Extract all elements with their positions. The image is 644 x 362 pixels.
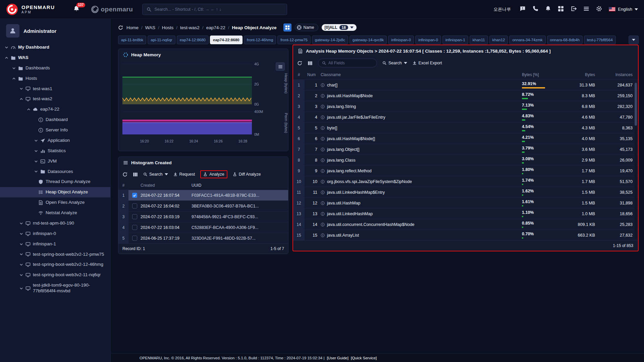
column-header[interactable]: # (293, 70, 305, 79)
breadcrumb-item[interactable]: WAS (145, 25, 155, 30)
analysis-row[interactable]: 1 1 char[] 32.91% 31.3 MB 284,637 (293, 79, 638, 90)
tag-chip[interactable]: infinispan-1 (442, 36, 468, 44)
sidebar-item-statistics[interactable]: Statistics (0, 146, 110, 156)
alerts-button[interactable] (545, 6, 551, 13)
refresh-button[interactable] (297, 61, 302, 66)
sidebar-item-test-spring-boot-web2v2-12-pmw75[interactable]: test-spring-boot-web2v2-12-pmw75 (0, 249, 110, 260)
tag-chip[interactable]: onnara-68-8db4h (547, 36, 583, 44)
analysis-row[interactable]: 15 15 java.util.ArrayList 0.70% 663.2 KB… (293, 230, 638, 240)
tag-chip[interactable]: test-j-77bf8564 (584, 36, 616, 44)
row-checkbox[interactable] (132, 225, 137, 230)
column-header[interactable]: UUID (192, 183, 288, 188)
info-icon[interactable] (321, 105, 325, 109)
fields-search-input[interactable] (328, 61, 373, 65)
column-header[interactable]: Instances (595, 72, 638, 77)
sidebar-item-netstat-analyze[interactable]: Netstat Analyze (0, 208, 110, 218)
info-icon[interactable] (321, 169, 325, 173)
tag-chip[interactable]: khan12 (489, 36, 508, 44)
sidebar-item-my-dashboard[interactable]: My Dashboard (0, 42, 110, 53)
notifications-button[interactable]: 137 (73, 5, 80, 13)
sidebar-item-open-files-analyze[interactable]: Open Files Analyze (0, 197, 110, 208)
refresh-icon[interactable] (118, 25, 123, 30)
column-header[interactable]: Num (305, 72, 321, 77)
row-checkbox[interactable] (132, 193, 137, 198)
info-icon[interactable] (321, 223, 325, 227)
row-checkbox[interactable] (132, 203, 137, 208)
histogram-row[interactable]: 5 2024-06-25 17:37:19 323D0A2E-F991-48DD… (118, 233, 288, 243)
scrollbar-thumb[interactable] (635, 83, 637, 126)
sidebar-item-rnd-test-apm-80-190[interactable]: rnd-test-apm-80-190 (0, 218, 110, 229)
sidebar-item-test-was2[interactable]: test-was2 (0, 94, 110, 104)
chart-menu-button[interactable] (276, 62, 285, 71)
info-icon[interactable] (321, 190, 325, 194)
info-icon[interactable] (321, 137, 325, 141)
global-search-input[interactable] (154, 7, 283, 12)
analysis-row[interactable]: 12 12 java.util.HashMap 1.61% 1.5 MB 31,… (293, 197, 638, 208)
sidebar-item-dashboards[interactable]: Dashboards (0, 63, 110, 73)
row-checkbox[interactable] (132, 236, 137, 241)
tag-chip[interactable]: infinispan-0 (388, 36, 414, 44)
info-icon[interactable] (321, 201, 325, 205)
analysis-row[interactable]: 6 6 java.util.HashMap$Node[] 4.21% 4.0 M… (293, 133, 638, 144)
histogram-row[interactable]: 2 2024-07-22 16:04:02 3BEFA0B0-3C06-4937… (118, 200, 288, 211)
sidebar-item-hosts[interactable]: Hosts (0, 73, 110, 84)
sidebar-item-infinispan-0[interactable]: infinispan-0 (0, 229, 110, 239)
info-icon[interactable] (321, 212, 325, 216)
tag-chip[interactable]: eap74-22:8680 (210, 36, 243, 44)
analysis-row[interactable]: 5 5 byte[] 4.54% 4.3 MB 8,363 (293, 122, 638, 133)
tag-chip[interactable]: gateway-14-2jx8c (312, 36, 348, 44)
filter-all-dropdown[interactable]: [0]ALL 18 (322, 24, 357, 31)
sidebar-item-was[interactable]: WAS (0, 53, 110, 63)
sidebar-item-thread-dump-analyze[interactable]: Thread Dump Analyze (0, 177, 110, 187)
tag-chip[interactable]: infinispan-0 (415, 36, 441, 44)
sidebar-item-jvm[interactable]: JVM (0, 156, 110, 167)
analysis-row[interactable]: 11 11 java.util.LinkedHashMap$Entry 1.62… (293, 187, 638, 197)
column-header[interactable]: Bytes (557, 72, 595, 77)
sidebar-item-test-spring-boot-web3v2-11-nq6qr[interactable]: test-spring-boot-web3v2-11-nq6qr (0, 270, 110, 280)
excel-export-button[interactable]: Excel Export (413, 61, 442, 65)
breadcrumb-item[interactable]: Home (126, 25, 139, 30)
row-checkbox[interactable] (132, 214, 137, 219)
breadcrumb-item[interactable]: Hosts (162, 25, 174, 30)
sidebar-item-eap74-22[interactable]: eap74-22 (0, 104, 110, 115)
menu-button[interactable] (583, 6, 589, 13)
quick-service-link[interactable]: [Quick Service] (351, 356, 377, 360)
tag-chip[interactable]: api-11-nq6qr (148, 36, 175, 44)
sidebar-item-infinispan-1[interactable]: infinispan-1 (0, 239, 110, 249)
breadcrumb-item[interactable]: test-was2 (180, 25, 200, 30)
info-icon[interactable] (321, 180, 325, 184)
info-icon[interactable] (321, 158, 325, 162)
histogram-row[interactable]: 3 2024-07-22 16:03:19 9748458A-9921-4FC3… (118, 211, 288, 222)
feedback-button[interactable] (520, 6, 526, 13)
column-header[interactable]: Created (141, 183, 192, 188)
column-header[interactable]: Bytes [%] (522, 72, 557, 77)
logout-button[interactable] (571, 6, 577, 13)
histogram-row[interactable]: 4 2024-07-22 16:03:04 C52883EF-BCAA-4900… (118, 222, 288, 233)
apps-button[interactable] (558, 6, 564, 13)
analysis-row[interactable]: 4 4 java.util.jar.JarFile$JarFileEntry 4… (293, 112, 638, 122)
sidebar-item-test-was1[interactable]: test-was1 (0, 84, 110, 94)
sidebar-item-datasources[interactable]: Datasources (0, 167, 110, 177)
tag-chip[interactable]: onnara-34-74zmk (509, 36, 545, 44)
settings-button[interactable] (596, 6, 602, 13)
analysis-row[interactable]: 13 13 java.util.LinkedHashMap 1.10% 1.0 … (293, 208, 638, 219)
tag-chip[interactable]: api-11-bn8bk (118, 36, 146, 44)
breadcrumb-item[interactable]: eap74-22 (206, 25, 225, 30)
diff-analyze-button[interactable]: Diff Analyze (233, 172, 261, 177)
tag-chip[interactable]: gateway-14-qvc8k (350, 36, 387, 44)
column-header[interactable]: # (118, 181, 128, 190)
sidebar-item-server-info[interactable]: Server Info (0, 125, 110, 135)
column-header[interactable]: Classname (321, 72, 522, 77)
analyze-button[interactable]: Analyze (203, 172, 224, 177)
sidebar-item-heap-object-analyze[interactable]: Heap Object Analyze (0, 187, 110, 197)
tag-chip[interactable]: eap74-12:8680 (177, 36, 209, 44)
analysis-row[interactable]: 14 14 java.util.concurrent.ConcurrentHas… (293, 219, 638, 230)
sidebar-item-test-jdk8-tom9-egov-80-190-77bf8564f4-msvbd[interactable]: test-jdk8-tom9-egov-80-190-77bf8564f4-ms… (0, 280, 110, 296)
analysis-row[interactable]: 10 10 org.jboss.vfs.spi.JavaZipFileSyste… (293, 176, 638, 187)
analysis-row[interactable]: 9 9 java.lang.reflect.Method 1.80% 1.7 M… (293, 165, 638, 176)
info-icon[interactable] (321, 147, 325, 152)
sidebar-item-dashboard[interactable]: Dashboard (0, 115, 110, 125)
tag-chip[interactable]: khan11 (470, 36, 488, 44)
filter-name-chip[interactable]: Name (295, 24, 318, 31)
tag-chip[interactable]: front-12-pmw75 (277, 36, 311, 44)
